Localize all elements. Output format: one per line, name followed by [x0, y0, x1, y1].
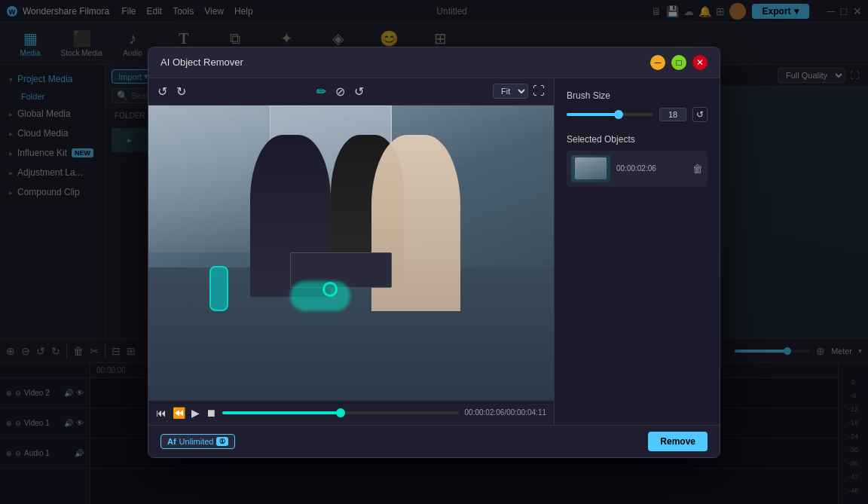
progress-bar[interactable]	[222, 411, 459, 414]
modal-header: AI Object Remover ─ □ ✕	[148, 47, 720, 78]
modal-video-frame	[148, 105, 554, 400]
play-button[interactable]: ▶	[191, 407, 200, 419]
teal-highlight	[290, 281, 350, 311]
modal-close-button[interactable]: ✕	[692, 55, 708, 70]
ai-badge: Af Unlimited ①	[160, 434, 235, 449]
remove-button[interactable]: Remove	[648, 432, 708, 451]
progress-thumb	[336, 408, 345, 417]
redo-tool-button[interactable]: ↻	[175, 83, 188, 100]
progress-fill	[222, 411, 341, 414]
modal-right-panel: Brush Size ↺ Selected Objects	[554, 78, 720, 425]
selected-thumb	[571, 155, 610, 182]
selected-object-item: 00:00:02:06 🗑	[567, 151, 708, 187]
modal-video-area: ↺ ↻ ✏ ⊘ ↺ Fit ⛶	[148, 78, 554, 425]
ai-icon: Af	[167, 437, 176, 446]
modal-title: AI Object Remover	[160, 57, 243, 68]
brush-value-input[interactable]	[659, 108, 686, 121]
ai-object-remover-modal: AI Object Remover ─ □ ✕ ↺ ↻ ✏ ⊘	[148, 47, 720, 458]
modal-overlay: AI Object Remover ─ □ ✕ ↺ ↻ ✏ ⊘	[0, 0, 868, 504]
refresh-brush-button[interactable]: ↺	[692, 107, 708, 122]
selected-object-time: 00:00:02:06	[616, 164, 686, 173]
modal-maximize-button[interactable]: □	[671, 55, 686, 70]
brush-section: Brush Size ↺	[567, 90, 708, 122]
playback-time: 00:00:02:06/00:00:04:11	[465, 408, 546, 417]
restore-tool-button[interactable]: ↺	[353, 83, 365, 100]
stop-button[interactable]: ⏹	[206, 407, 216, 419]
modal-video-toolbar: ↺ ↻ ✏ ⊘ ↺ Fit ⛶	[148, 78, 554, 105]
modal-footer: Af Unlimited ① Remove	[148, 425, 720, 457]
skip-back-button[interactable]: ⏮	[156, 407, 167, 419]
modal-playbar: ⏮ ⏪ ▶ ⏹ 00:00:02:06/00:00:04:11	[148, 400, 554, 425]
fit-select[interactable]: Fit	[493, 84, 528, 99]
brush-slider-row: ↺	[567, 107, 708, 122]
brush-slider[interactable]	[567, 113, 653, 116]
unlimited-label: Unlimited	[179, 437, 214, 446]
undo-tool-button[interactable]: ↺	[156, 83, 169, 100]
video-scene	[148, 105, 554, 400]
fullscreen-tool-button[interactable]: ⛶	[531, 83, 546, 99]
delete-object-button[interactable]: 🗑	[692, 163, 703, 175]
paint-tool-button[interactable]: ✏	[315, 83, 328, 100]
selected-objects-section: Selected Objects 00:00:02:06 🗑	[567, 134, 708, 187]
selected-objects-label: Selected Objects	[567, 134, 708, 145]
brush-size-label: Brush Size	[567, 90, 708, 101]
unlimited-count: ①	[216, 437, 228, 446]
highlighted-object	[209, 266, 228, 311]
circle-indicator	[322, 282, 338, 297]
step-back-button[interactable]: ⏪	[173, 407, 185, 419]
erase-tool-button[interactable]: ⊘	[334, 83, 347, 100]
modal-window-controls: ─ □ ✕	[650, 55, 708, 70]
modal-body: ↺ ↻ ✏ ⊘ ↺ Fit ⛶	[148, 78, 720, 425]
modal-minimize-button[interactable]: ─	[650, 55, 665, 70]
